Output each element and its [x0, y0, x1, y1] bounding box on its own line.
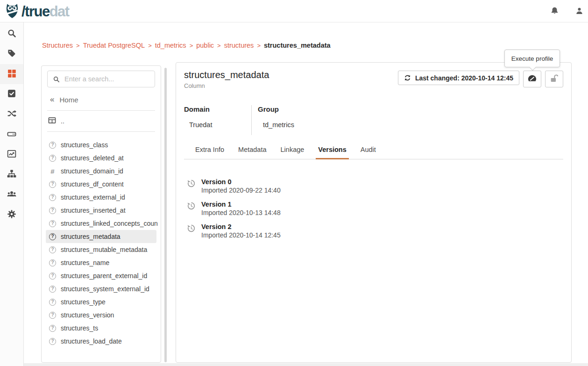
sidebar-item-tag[interactable] [0, 44, 23, 64]
parent-table-link[interactable]: .. [48, 117, 161, 125]
sidebar-item-shuffle[interactable] [0, 104, 23, 124]
sidebar-item-check-square[interactable] [0, 84, 23, 104]
tab-audit[interactable]: Audit [358, 146, 378, 159]
notifications-button[interactable] [548, 6, 560, 18]
sidebar [0, 22, 24, 366]
sidebar-item-drive[interactable] [0, 124, 23, 144]
chart-line-icon [7, 149, 16, 160]
field-item[interactable]: ?structures_type [46, 295, 156, 309]
divider [47, 131, 155, 132]
structure-detail-card: structures_metadata Column Last changed:… [176, 62, 572, 363]
domain-column: Domain Truedat [184, 105, 251, 135]
field-item[interactable]: ?structures_linked_concepts_coun [46, 217, 156, 230]
breadcrumb-separator: > [217, 42, 221, 49]
detail-actions: Last changed: 2020-10-14 12:45 [398, 71, 563, 87]
field-label: structures_name [61, 259, 109, 266]
drive-icon [7, 129, 16, 140]
parent-table-label: .. [61, 117, 64, 125]
detail-tabs: Extra InfoMetadataLinkageVersionsAudit [184, 146, 563, 159]
field-item[interactable]: ?structures_name [46, 256, 156, 269]
field-item[interactable]: ?structures_system_external_id [46, 282, 156, 295]
tab-versions[interactable]: Versions [316, 146, 348, 159]
breadcrumb-link[interactable]: td_metrics [155, 42, 186, 49]
version-title: Version 2 [201, 223, 281, 231]
field-item[interactable]: ?structures_df_content [46, 178, 156, 191]
search-input[interactable] [48, 71, 155, 87]
field-item[interactable]: ?structures_ts [46, 322, 156, 335]
lock-button[interactable] [545, 71, 563, 87]
sidebar-item-users[interactable] [0, 185, 23, 205]
last-changed-label: Last changed: 2020-10-14 12:45 [415, 74, 513, 82]
breadcrumb-link[interactable]: structures [224, 42, 254, 49]
sidebar-item-sitemap[interactable] [0, 165, 23, 185]
field-label: structures_system_external_id [61, 285, 149, 293]
user-menu-button[interactable] [573, 6, 585, 18]
field-item[interactable]: ?structures_class [46, 138, 156, 151]
question-circle-icon: ? [49, 155, 56, 162]
sidebar-item-gear[interactable] [0, 205, 23, 225]
question-circle-icon: ? [49, 246, 56, 253]
field-label: structures_inserted_at [61, 207, 126, 214]
check-square-icon [7, 89, 16, 100]
field-label: structures_df_content [61, 180, 124, 188]
field-item[interactable]: ?structures_load_date [46, 335, 156, 348]
field-item[interactable]: ?structures_mutable_metadata [46, 243, 156, 256]
field-item[interactable]: #structures_domain_id [46, 165, 156, 178]
question-circle-icon: ? [49, 220, 56, 227]
tab-metadata[interactable]: Metadata [236, 146, 269, 159]
truedat-logo[interactable]: /truedat [4, 2, 69, 21]
version-item[interactable]: Version 2Imported 2020-10-14 12:45 [187, 223, 563, 239]
execute-profile-button[interactable] [523, 71, 541, 87]
search-icon [53, 76, 60, 85]
domain-value: Truedat [189, 121, 251, 129]
app-header: /truedat [0, 0, 588, 22]
breadcrumb-separator: > [148, 42, 152, 49]
version-item[interactable]: Version 1Imported 2020-10-13 14:48 [187, 201, 563, 216]
versions-list: Version 0Imported 2020-09-22 14:40Versio… [184, 178, 563, 239]
field-item[interactable]: ?structures_version [46, 309, 156, 322]
field-item[interactable]: ?structures_metadata [46, 230, 156, 243]
field-label: structures_ts [61, 324, 98, 332]
group-value: td_metrics [263, 121, 294, 129]
breadcrumb-link[interactable]: Structures [42, 42, 73, 49]
sidebar-item-chart-line[interactable] [0, 144, 23, 165]
question-circle-icon: ? [49, 207, 56, 214]
home-link[interactable]: « Home [50, 95, 161, 104]
details-section: Domain Truedat Group td_metrics [184, 105, 563, 135]
last-changed-button[interactable]: Last changed: 2020-10-14 12:45 [398, 71, 519, 85]
tab-linkage[interactable]: Linkage [278, 146, 307, 159]
question-circle-icon: ? [49, 142, 56, 149]
question-circle-icon: ? [49, 312, 56, 319]
version-item[interactable]: Version 0Imported 2020-09-22 14:40 [187, 178, 563, 194]
version-text: Version 1Imported 2020-10-13 14:48 [201, 201, 281, 216]
user-icon [575, 7, 584, 17]
question-circle-icon: ? [49, 233, 56, 240]
field-label: structures_external_id [61, 194, 125, 201]
field-item[interactable]: ?structures_deleted_at [46, 151, 156, 165]
field-label: structures_type [61, 298, 106, 306]
breadcrumb-link[interactable]: public [196, 42, 214, 49]
field-label: structures_mutable_metadata [61, 246, 147, 253]
refresh-icon [404, 74, 411, 81]
field-item[interactable]: ?structures_inserted_at [46, 204, 156, 217]
breadcrumb: Structures>Truedat PostgreSQL>td_metrics… [42, 42, 331, 49]
question-circle-icon: ? [49, 299, 56, 306]
field-item[interactable]: ?structures_parent_external_id [46, 269, 156, 282]
sitemap-icon [7, 169, 16, 180]
sidebar-item-grid[interactable] [0, 64, 23, 84]
domain-label: Domain [184, 105, 251, 113]
field-item[interactable]: ?structures_external_id [46, 191, 156, 204]
version-title: Version 1 [201, 201, 281, 208]
left-panel-scrollbar[interactable] [164, 68, 167, 362]
field-list: ?structures_class?structures_deleted_at#… [42, 138, 161, 348]
sidebar-item-search[interactable] [0, 24, 23, 44]
tooltip-label: Execute profile [511, 55, 553, 62]
version-text: Version 2Imported 2020-10-14 12:45 [201, 223, 281, 239]
version-subtitle: Imported 2020-10-14 12:45 [201, 231, 281, 239]
users-icon [7, 189, 16, 201]
double-chevron-left-icon: « [50, 96, 54, 103]
version-title: Version 0 [201, 178, 281, 186]
tab-extra-info[interactable]: Extra Info [193, 146, 227, 159]
hash-icon: # [49, 167, 56, 175]
breadcrumb-link[interactable]: Truedat PostgreSQL [83, 42, 145, 49]
